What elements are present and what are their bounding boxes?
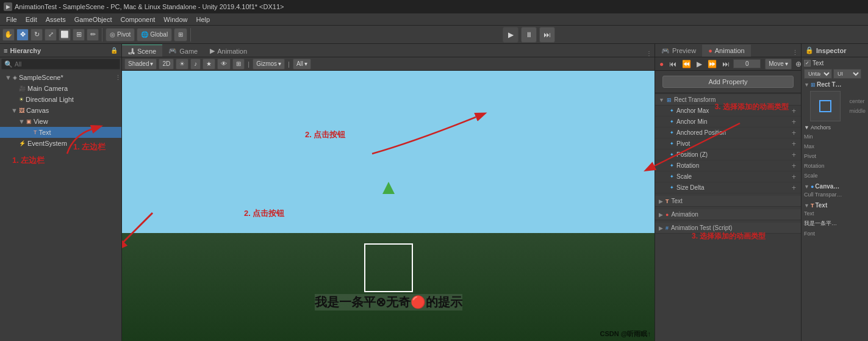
expand-arrow-view: ▼ — [18, 118, 24, 125]
hierarchy-item-eventsystem[interactable]: ▶ ⚡ EventSystem — [0, 138, 121, 149]
rect-collapse-btn[interactable]: ▼ — [804, 82, 809, 88]
rect-tool[interactable]: ⬜ — [59, 29, 71, 41]
script-section-header[interactable]: ▶ # Animation Test (Script) — [655, 223, 801, 234]
prop-plus-sizedelta[interactable]: + — [792, 184, 796, 192]
game-tab[interactable]: 🎮 Game — [162, 45, 204, 57]
anim-section-collapse[interactable]: ▶ — [659, 212, 663, 218]
text-section-header[interactable]: ▶ T Text — [655, 196, 801, 207]
hierarchy-item-text[interactable]: ▶ T Text — [0, 127, 121, 138]
global-button[interactable]: 🌐 Global — [137, 28, 172, 41]
prop-anchored-pos[interactable]: ✦ Anchored Position + — [655, 127, 801, 138]
window-title: AnimationTest - SampleScene - PC, Mac & … — [15, 3, 284, 10]
prop-plus-rotation[interactable]: + — [792, 162, 796, 170]
menu-component[interactable]: Component — [117, 16, 159, 23]
rect-transform-collapse[interactable]: ▼ — [659, 97, 664, 103]
menu-help[interactable]: Help — [192, 16, 213, 23]
animation-tab-top[interactable]: ▶ Animation — [204, 45, 253, 57]
text-section-collapse[interactable]: ▶ — [659, 198, 663, 204]
edit-tool[interactable]: ✏ — [87, 29, 99, 41]
pause-button[interactable]: ⏸ — [521, 27, 537, 43]
prop-position-z[interactable]: ✦ Position (Z) + — [655, 149, 801, 160]
shading-dropdown[interactable]: Shaded ▾ — [124, 59, 157, 70]
prop-scale[interactable]: ✦ Scale + — [655, 171, 801, 182]
anim-next-btn[interactable]: ⏩ — [706, 60, 719, 68]
scene-options-icon[interactable]: ⋮ — [115, 74, 121, 82]
prop-pivot[interactable]: ✦ Pivot + — [655, 138, 801, 149]
hierarchy-item-samplescene[interactable]: ▼ ◈ SampleScene* ⋮ — [0, 72, 121, 83]
anchor-widget[interactable] — [810, 91, 841, 121]
text-section: ▶ T Text — [655, 195, 801, 208]
anim-record-btn[interactable]: ● — [658, 60, 665, 68]
anim-frame-input[interactable] — [733, 59, 761, 68]
prop-size-delta[interactable]: ✦ Size Delta + — [655, 182, 801, 193]
scene-viewport[interactable]: 我是一条平⊗无奇🔴的提示 2. 点击按钮 CSDN @听雨眠↑ — [122, 71, 655, 341]
more-btn[interactable]: ⊞ — [232, 59, 245, 70]
canvas-collapse-btn[interactable]: ▼ — [804, 184, 809, 190]
prop-anchor-max[interactable]: ✦ Anchor Max + — [655, 106, 801, 117]
game-preview-tab[interactable]: 🎮 Preview — [655, 45, 702, 57]
audio-btn[interactable]: ♪ — [190, 59, 201, 70]
hand-tool[interactable]: ✋ — [2, 29, 15, 41]
text-collapse-btn[interactable]: ▼ — [804, 203, 809, 209]
script-section-collapse[interactable]: ▶ — [659, 225, 663, 231]
inspector-lock-icon[interactable]: 🔒 — [805, 46, 814, 54]
anchors-collapse[interactable]: ▼ — [804, 124, 809, 131]
hide-btn[interactable]: 👁 — [217, 59, 231, 70]
pivot-inspector-label: Pivot — [804, 153, 831, 159]
script-section: ▶ # Animation Test (Script) — [655, 221, 801, 235]
scene-all-dropdown[interactable]: All ▾ — [293, 59, 311, 70]
menu-window[interactable]: Window — [160, 16, 191, 23]
scale-tool[interactable]: ⤢ — [45, 29, 57, 41]
hierarchy-search-input[interactable] — [15, 61, 117, 68]
menu-file[interactable]: File — [2, 16, 21, 23]
hierarchy-item-view[interactable]: ▼ ▣ View — [0, 116, 121, 127]
prop-icon-pivot: ✦ — [670, 141, 674, 146]
prop-anchor-min[interactable]: ✦ Anchor Min + — [655, 117, 801, 127]
text-field-value: 我是一条平… — [804, 218, 866, 229]
pivot-button[interactable]: ◎ Pivot — [106, 28, 135, 41]
move-tool[interactable]: ✥ — [16, 29, 29, 41]
2d-toggle[interactable]: 2D — [159, 59, 174, 70]
layer-select[interactable]: UI — [833, 69, 861, 79]
prop-rotation[interactable]: ✦ Rotation + — [655, 160, 801, 171]
lights-btn[interactable]: ☀ — [176, 59, 188, 70]
prop-plus-pivot[interactable]: + — [792, 140, 796, 148]
hierarchy-item-directionallight[interactable]: ▶ ☀ Directional Light — [0, 94, 121, 105]
animation-panel-tab[interactable]: ● Animation — [702, 45, 751, 57]
object-active-checkbox[interactable]: ✓ — [804, 60, 811, 66]
play-button[interactable]: ▶ — [503, 27, 518, 43]
rect-transform-header[interactable]: ▼ ⊞ Rect Transform — [655, 95, 801, 106]
menu-gameobject[interactable]: GameObject — [71, 16, 116, 23]
transform-tool[interactable]: ⊞ — [73, 29, 85, 41]
hierarchy-item-canvas[interactable]: ▼ 🖼 Canvas — [0, 105, 121, 116]
add-property-button[interactable]: Add Property — [662, 76, 794, 88]
effects-btn[interactable]: ★ — [203, 59, 215, 70]
anim-clip-dropdown[interactable]: Move ▾ — [765, 59, 791, 70]
hierarchy-menu-icon[interactable]: ≡ — [4, 47, 7, 54]
anim-start-btn[interactable]: ⏮ — [667, 60, 678, 68]
prop-plus-scale[interactable]: + — [792, 173, 796, 181]
anim-panel-menu[interactable]: ⋮ — [789, 49, 801, 57]
gizmos-dropdown[interactable]: Gizmos ▾ — [253, 59, 285, 70]
anchor-widget-row: center middle — [804, 90, 866, 123]
tab-menu-btn[interactable]: ⋮ — [644, 50, 655, 57]
hierarchy-lock-icon[interactable]: 🔒 — [110, 47, 118, 54]
anim-prev-btn[interactable]: ⏪ — [680, 60, 693, 68]
rotate-tool[interactable]: ↻ — [30, 29, 43, 41]
anim-end-btn[interactable]: ⏭ — [720, 60, 731, 68]
hierarchy-item-maincamera[interactable]: ▶ 🎥 Main Camera — [0, 83, 121, 94]
grid-button[interactable]: ⊞ — [174, 28, 187, 41]
prop-plus-anchoredpos[interactable]: + — [792, 129, 796, 137]
menu-edit[interactable]: Edit — [22, 16, 41, 23]
prop-plus-anchormax[interactable]: + — [792, 107, 796, 115]
prop-plus-posz[interactable]: + — [792, 151, 796, 159]
prop-plus-anchormin[interactable]: + — [792, 118, 796, 126]
menu-assets[interactable]: Assets — [42, 16, 70, 23]
scene-tab[interactable]: 🏞 Scene — [122, 45, 162, 57]
tag-select[interactable]: Untagged — [804, 69, 832, 79]
step-button[interactable]: ⏭ — [539, 27, 555, 43]
scene-sep2: | — [287, 60, 291, 68]
anim-play-btn[interactable]: ▶ — [695, 60, 704, 68]
prop-icon-anchormax: ✦ — [670, 108, 674, 113]
animation-section-header[interactable]: ▶ ● Animation — [655, 209, 801, 220]
